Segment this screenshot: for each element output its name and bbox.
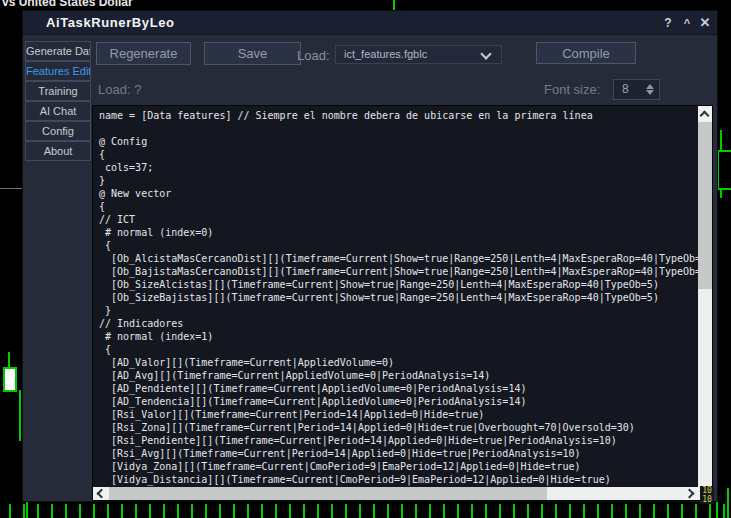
scroll-left-button[interactable] [93, 487, 108, 500]
vertical-scrollbar-thumb[interactable] [698, 122, 712, 289]
code-text[interactable]: name = [Data features] // Siempre el nom… [94, 106, 698, 489]
font-size-value: 8 [622, 82, 629, 96]
load-file-select[interactable]: ict_features.fgblc [335, 45, 502, 64]
sidebar-item-training[interactable]: Training [25, 81, 91, 101]
code-viewport[interactable]: name = [Data features] // Siempre el nom… [94, 106, 698, 489]
background-candlestick [3, 367, 17, 392]
app-window: AiTaskRunerByLeo ? ^ ✕ Generate Data Fea… [22, 10, 718, 502]
window-title: AiTaskRunerByLeo [46, 15, 175, 30]
help-icon[interactable]: ? [659, 14, 677, 32]
load-status: Load: ? [98, 82, 141, 97]
title-bar[interactable]: AiTaskRunerByLeo ? ^ ✕ [23, 11, 717, 35]
chevron-up-icon [700, 111, 710, 121]
scroll-right-button[interactable] [684, 487, 699, 500]
code-editor[interactable]: name = [Data features] // Siempre el nom… [92, 105, 713, 501]
sidebar-item-ai-chat[interactable]: AI Chat [25, 101, 91, 121]
close-icon[interactable]: ✕ [696, 14, 714, 32]
background-scale-labels: 10 10 [700, 486, 714, 504]
chevron-down-icon [480, 48, 491, 59]
collapse-icon[interactable]: ^ [678, 14, 696, 32]
scale-label: 10 [700, 495, 714, 504]
background-candle-tick [393, 0, 395, 10]
load-label: Load: [297, 48, 330, 63]
spinner-down-icon[interactable] [646, 90, 654, 95]
background-right-wick-lower [720, 188, 722, 198]
background-candle-line [19, 390, 21, 441]
background-time-axis-ticks [0, 504, 731, 518]
regenerate-button[interactable]: Regenerate [96, 42, 191, 65]
horizontal-scrollbar-thumb[interactable] [109, 487, 547, 500]
sidebar-item-about[interactable]: About [25, 141, 91, 161]
sidebar-item-config[interactable]: Config [25, 121, 91, 141]
vertical-scrollbar[interactable] [698, 106, 712, 500]
background-right-candlestick [717, 150, 731, 190]
sidebar-item-generate-data[interactable]: Generate Data [25, 41, 91, 61]
load-file-select-value: ict_features.fgblc [344, 48, 427, 60]
save-button[interactable]: Save [204, 42, 301, 65]
background-candle-wick [8, 352, 10, 368]
chevron-right-icon [685, 489, 695, 499]
sidebar-item-features-editor[interactable]: Features Editor [25, 61, 91, 81]
horizontal-scrollbar[interactable] [93, 487, 699, 500]
background-chart-title: vs United States Dollar [2, 0, 133, 9]
spinner-up-icon[interactable] [646, 84, 654, 89]
background-gridline [0, 188, 23, 189]
compile-button[interactable]: Compile [536, 42, 636, 64]
chevron-left-icon [97, 489, 107, 499]
font-size-label: Font size: [544, 82, 600, 97]
font-size-stepper[interactable]: 8 [613, 79, 660, 100]
scale-label: 10 [700, 486, 714, 495]
scroll-up-button[interactable] [698, 106, 712, 121]
background-right-wick [720, 130, 722, 152]
